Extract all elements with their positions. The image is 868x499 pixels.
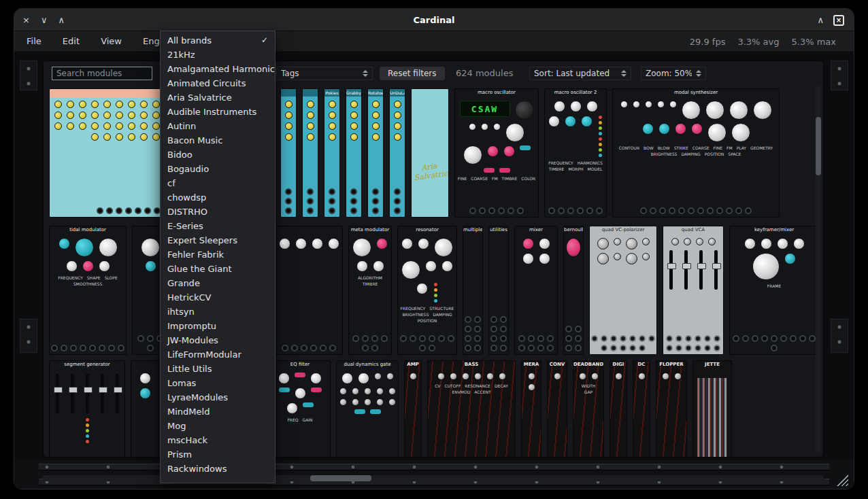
brand-menu-item[interactable]: Impromptu (161, 319, 275, 333)
brand-menu-item[interactable]: Expert Sleepers (161, 233, 275, 247)
brand-menu-item[interactable]: Bacon Music (161, 133, 275, 148)
brand-menu-item[interactable]: Fehler Fabrik (161, 247, 275, 262)
module-card[interactable]: DC (633, 360, 650, 458)
brand-menu-item[interactable]: JW-Modules (161, 333, 275, 347)
brand-menu-item[interactable]: Glue the Giant (161, 262, 275, 276)
module-card[interactable]: meta modulatorALGORITHMTIMBRE (348, 226, 392, 355)
brand-menu-item[interactable]: Prism (161, 447, 275, 462)
module-name: macro oscillator (455, 89, 538, 97)
module-card[interactable]: utilities (488, 226, 509, 355)
brand-menu-item[interactable]: cf (161, 176, 275, 190)
module-card[interactable]: mixer (514, 226, 558, 355)
knob-icon (307, 133, 314, 141)
module-card[interactable]: multiples (463, 226, 483, 355)
port-icon (548, 207, 555, 214)
brand-menu-item[interactable]: Grande (161, 276, 275, 290)
brand-menu-item[interactable]: Amalgamated Harmonics (161, 62, 275, 76)
module-card[interactable]: keyframer/mixerFRAME (729, 226, 819, 355)
module-count: 624 modules (456, 68, 513, 78)
brand-menu-item[interactable]: Bidoo (161, 148, 275, 162)
brand-menu-item[interactable]: Lomas (161, 376, 275, 390)
led-column-icon (84, 418, 90, 443)
module-card[interactable]: DIGI (610, 360, 627, 458)
module-card[interactable]: modal synthesizerCONTOURBOWBLOWSTRIKECOA… (612, 88, 780, 218)
brand-menu-item-all-brands[interactable]: All brands ✓ (161, 33, 275, 48)
scrollbar-thumb[interactable] (310, 475, 371, 481)
knob-icon (310, 373, 322, 384)
browser-vertical-scrollbar[interactable] (816, 86, 821, 453)
module-card[interactable]: MERA (521, 360, 541, 458)
brand-menu-item-label: MindMeld (167, 405, 210, 419)
module-card[interactable] (302, 88, 318, 218)
menu-view[interactable]: View (101, 31, 122, 52)
close-plugin-icon[interactable]: × (833, 15, 844, 26)
module-card[interactable] (275, 226, 343, 355)
module-card[interactable]: macro oscillatorCSAWFINECOARSEFMTIMBRECO… (454, 88, 539, 218)
module-card[interactable]: Pokies (324, 88, 340, 218)
module-card[interactable] (131, 360, 159, 458)
brand-menu-item[interactable]: Rackwindows (161, 462, 275, 476)
brand-menu-item[interactable]: Mog (161, 419, 275, 433)
panel-label: SHAPE (87, 275, 101, 280)
module-card[interactable]: EQ filterFREQGAIN (269, 360, 331, 458)
module-card[interactable]: quad VC-polarizer (589, 226, 657, 355)
knob-icon (152, 101, 160, 108)
brand-menu-item[interactable]: Animated Circuits (161, 76, 275, 90)
reset-filters-button[interactable]: Reset filters (380, 67, 445, 80)
scrollbar-thumb[interactable] (816, 117, 821, 175)
brand-menu-item[interactable]: mscHack (161, 433, 275, 447)
menu-file[interactable]: File (27, 31, 41, 52)
brand-menu-item[interactable]: MindMeld (161, 405, 275, 419)
module-card[interactable]: resonatorFREQUENCYSTRUCTUREBRIGHTNESSDAM… (397, 226, 457, 355)
module-card[interactable]: Rotatoes (367, 88, 384, 218)
brand-menu-item[interactable]: Aria Salvatrice (161, 90, 275, 105)
brand-menu-item[interactable]: E-Series (161, 219, 275, 233)
brand-menu-item[interactable]: ihtsyn (161, 305, 275, 319)
module-card[interactable]: CONV (547, 360, 567, 458)
brand-menu-item[interactable]: LyraeModules (161, 390, 275, 405)
brand-menu-item[interactable]: chowdsp (161, 190, 275, 205)
panel-label: RESONANCE (465, 383, 490, 388)
knob-icon (311, 388, 322, 392)
port-icon (307, 198, 314, 205)
module-name (281, 89, 296, 97)
brand-menu-item[interactable]: Bogaudio (161, 162, 275, 176)
module-card[interactable]: BASSCVCUTOFFRESONANCEDECAYENVMODACCENT (427, 360, 516, 458)
panel-label: POSITION (418, 318, 437, 323)
module-card[interactable]: Aria Salvatrice (411, 88, 449, 218)
module-preview (663, 234, 723, 332)
module-card[interactable]: macro oscillator 2FREQUENCYHARMONICSTIMB… (544, 88, 607, 218)
zoom-select[interactable]: Zoom: 50% (641, 67, 706, 80)
module-card[interactable]: UnDuLaR (389, 88, 405, 218)
knob-icon (522, 253, 534, 264)
menu-edit[interactable]: Edit (63, 31, 80, 52)
collapse-icon[interactable]: ∧ (817, 16, 824, 24)
brand-menu-item[interactable]: Autinn (161, 119, 275, 133)
module-card[interactable]: FLOPPER (656, 360, 687, 458)
brand-menu-item[interactable]: LifeFormModular (161, 347, 275, 362)
search-input[interactable] (52, 67, 152, 80)
module-card[interactable]: JETTE (692, 360, 732, 458)
module-name: EQ filter (270, 361, 330, 368)
module-card[interactable]: tidal modulatorFREQUENCYSHAPESLOPESMOOTH… (49, 226, 127, 355)
tags-filter-select[interactable]: Tags (276, 67, 373, 80)
module-card[interactable]: AMP (404, 360, 422, 458)
module-card[interactable] (280, 88, 297, 218)
module-name: quad VC-polarizer (590, 226, 656, 234)
brand-menu-item-label: Prism (167, 447, 192, 462)
module-card[interactable]: Grabby (346, 88, 362, 218)
sort-select[interactable]: Sort: Last updated (529, 67, 631, 80)
brand-menu-item[interactable]: 21kHz (161, 48, 275, 62)
knob-icon (91, 122, 99, 130)
module-card[interactable]: quad VCA (663, 226, 724, 355)
module-card[interactable]: segment generator (49, 360, 125, 458)
brand-menu-item[interactable]: Little Utils (161, 362, 275, 376)
rack-rail (20, 61, 37, 90)
knob-icon (633, 101, 640, 108)
module-card[interactable]: dual dynamics gate (336, 360, 399, 458)
brand-menu-item[interactable]: DISTRHO (161, 205, 275, 219)
brand-menu-item[interactable]: Audible Instruments (161, 105, 275, 119)
module-card[interactable]: bernoulli gate (563, 226, 584, 355)
brand-menu-item[interactable]: HetrickCV (161, 290, 275, 305)
module-card[interactable]: DEADBANDWIDTHGAP (573, 360, 604, 458)
